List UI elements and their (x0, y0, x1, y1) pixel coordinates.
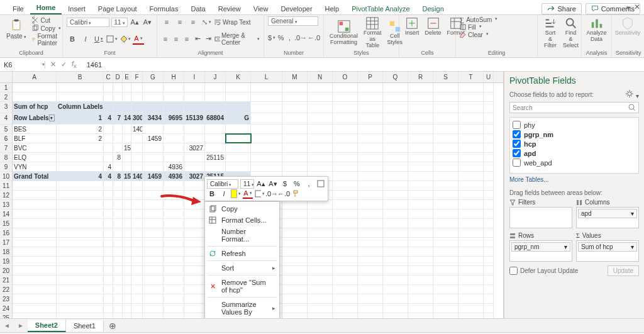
cell[interactable] (308, 257, 333, 265)
cell[interactable] (282, 143, 308, 152)
row-header-14[interactable]: 14 (0, 209, 12, 219)
cell[interactable] (226, 143, 251, 152)
row-header-18[interactable]: 18 (0, 247, 12, 257)
cell[interactable] (57, 143, 104, 152)
cell[interactable] (484, 200, 494, 209)
cell[interactable] (226, 153, 251, 162)
cell[interactable] (164, 313, 184, 318)
cell[interactable] (433, 181, 458, 190)
cell[interactable] (13, 294, 57, 303)
cell[interactable] (57, 285, 104, 294)
cell[interactable] (113, 266, 123, 275)
cell[interactable] (308, 92, 333, 101)
cell[interactable] (131, 153, 143, 162)
cell[interactable]: 4 (57, 172, 104, 181)
cell[interactable] (131, 285, 143, 294)
share-button[interactable]: Share (541, 3, 581, 14)
cell[interactable] (358, 162, 383, 171)
cell[interactable] (164, 266, 184, 275)
cell[interactable] (433, 113, 458, 124)
ctx-format-cells[interactable]: Format Cells... (205, 214, 279, 226)
cell[interactable] (57, 162, 104, 171)
cell[interactable] (333, 143, 358, 152)
cell[interactable] (123, 191, 131, 199)
cell[interactable] (433, 209, 458, 218)
cell[interactable] (184, 162, 205, 171)
cell[interactable]: Sum of hcp (13, 102, 57, 113)
cell[interactable] (251, 102, 282, 113)
cell[interactable] (358, 209, 383, 218)
cell[interactable] (184, 134, 205, 143)
cell[interactable] (184, 153, 205, 162)
cell[interactable] (458, 247, 484, 256)
cell[interactable] (205, 162, 226, 171)
cell[interactable] (143, 266, 164, 275)
cell[interactable] (57, 238, 104, 247)
mini-font-name[interactable]: Calibri (207, 179, 238, 189)
cell[interactable]: 4936 (164, 162, 184, 171)
cell[interactable] (484, 191, 494, 199)
cell[interactable] (458, 113, 484, 124)
mini-italic[interactable]: I (219, 189, 229, 199)
col-header-H[interactable]: H (164, 72, 184, 82)
cell[interactable] (308, 313, 333, 318)
cell[interactable] (408, 102, 433, 113)
cell[interactable] (164, 304, 184, 313)
row-header-11[interactable]: 11 (0, 181, 12, 191)
cell[interactable] (57, 83, 104, 92)
cell[interactable] (164, 102, 184, 113)
cell[interactable] (113, 247, 123, 256)
cell[interactable]: 3000 (131, 113, 143, 124)
col-header-U[interactable]: U (484, 72, 494, 82)
cell[interactable] (131, 134, 143, 143)
cell[interactable] (123, 83, 131, 92)
cell[interactable] (458, 153, 484, 162)
cell[interactable] (458, 92, 484, 101)
cell[interactable] (308, 113, 333, 124)
cell[interactable] (104, 304, 113, 313)
cell[interactable] (458, 172, 484, 181)
cell[interactable] (226, 125, 251, 133)
cell[interactable] (143, 238, 164, 247)
cell[interactable] (164, 276, 184, 284)
cell[interactable]: BES (13, 125, 57, 133)
cell[interactable] (433, 143, 458, 152)
col-header-Q[interactable]: Q (383, 72, 408, 82)
field-web_apd[interactable]: web_apd (513, 158, 636, 167)
cell[interactable] (408, 181, 433, 190)
cell[interactable] (408, 162, 433, 171)
cell[interactable] (358, 143, 383, 152)
conditional-formatting-button[interactable]: Conditional Formatting (328, 19, 360, 46)
cell[interactable] (113, 228, 123, 237)
cell[interactable] (164, 134, 184, 143)
cell[interactable] (113, 294, 123, 303)
cell[interactable] (131, 219, 143, 228)
row-header-22[interactable]: 22 (0, 285, 12, 294)
field-checkbox-apd[interactable] (513, 149, 521, 157)
mini-font-size[interactable]: 11 (240, 179, 254, 189)
cell[interactable] (282, 285, 308, 294)
cell[interactable]: 14 (123, 113, 131, 124)
cell[interactable] (333, 247, 358, 256)
cell[interactable] (282, 162, 308, 171)
cell[interactable] (408, 125, 433, 133)
cell[interactable] (358, 294, 383, 303)
col-header-M[interactable]: M (282, 72, 308, 82)
cell[interactable] (308, 200, 333, 209)
row-header-8[interactable]: 8 (0, 153, 12, 162)
cell[interactable] (184, 125, 205, 133)
cell[interactable] (484, 228, 494, 237)
merge-center-button[interactable]: Merge & Center (214, 32, 260, 46)
cell[interactable]: Column Labels▾ (57, 102, 104, 113)
cell[interactable] (282, 228, 308, 237)
cell[interactable] (13, 191, 57, 199)
cell[interactable] (143, 304, 164, 313)
cell[interactable] (282, 92, 308, 101)
cell[interactable] (333, 83, 358, 92)
mini-border[interactable] (255, 189, 265, 199)
cell[interactable] (458, 143, 484, 152)
cell[interactable] (408, 153, 433, 162)
cell[interactable] (57, 313, 104, 318)
tab-developer[interactable]: Developer (274, 3, 318, 14)
cell[interactable] (308, 134, 333, 143)
